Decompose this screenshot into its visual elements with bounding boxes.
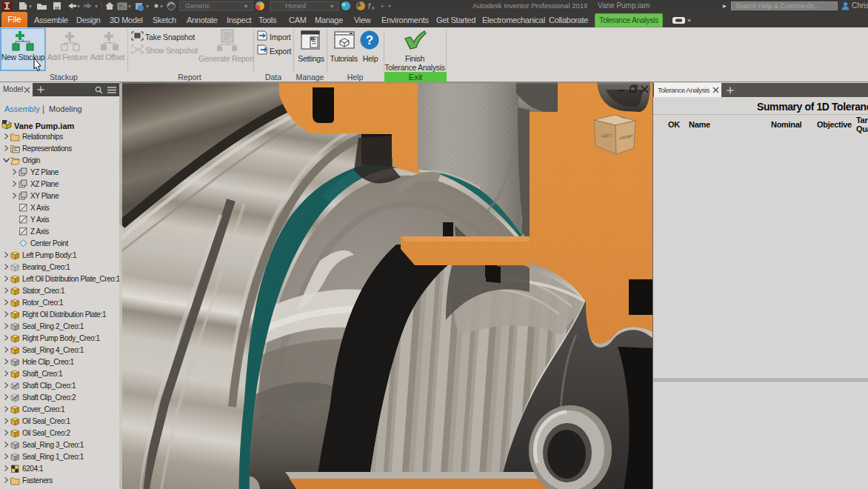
svg-text:f: f bbox=[368, 2, 371, 10]
svg-text:+: + bbox=[380, 1, 384, 10]
svg-text:▾: ▾ bbox=[244, 3, 247, 10]
svg-text:▾: ▾ bbox=[146, 3, 149, 10]
svg-text:▾: ▾ bbox=[95, 3, 98, 10]
svg-text:▾: ▾ bbox=[128, 3, 131, 10]
svg-text:▾: ▾ bbox=[330, 3, 333, 10]
svg-text:▾: ▾ bbox=[388, 3, 391, 10]
svg-text:x: x bbox=[372, 5, 375, 10]
svg-text:LEFT: LEFT bbox=[601, 133, 612, 139]
svg-text:▾: ▾ bbox=[160, 3, 163, 10]
svg-text:▾: ▾ bbox=[77, 3, 80, 10]
svg-text:Honed: Honed bbox=[285, 1, 306, 10]
svg-text:▾: ▾ bbox=[29, 3, 32, 10]
svg-text:?: ? bbox=[366, 33, 373, 47]
svg-text:Generic: Generic bbox=[185, 1, 210, 10]
